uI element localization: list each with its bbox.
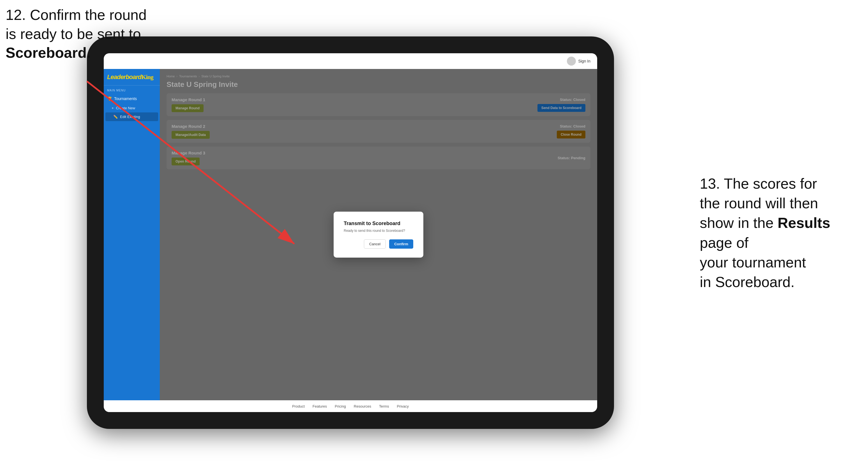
modal-subtitle: Ready to send this round to Scoreboard? bbox=[344, 229, 413, 233]
footer: Product Features Pricing Resources Terms… bbox=[104, 400, 597, 412]
trophy-icon: 🏆 bbox=[107, 96, 112, 101]
modal-title: Transmit to Scoreboard bbox=[344, 221, 413, 226]
footer-pricing[interactable]: Pricing bbox=[335, 404, 346, 408]
edit-icon: ✏️ bbox=[113, 115, 118, 119]
menu-label: MAIN MENU bbox=[104, 86, 160, 94]
plus-icon: + bbox=[112, 106, 114, 110]
tablet-device: Sign In LeaderboardKing MAIN MENU 🏆 Tour… bbox=[87, 36, 614, 429]
sidebar-item-tournaments[interactable]: 🏆 Tournaments bbox=[104, 94, 160, 104]
transmit-modal: Transmit to Scoreboard Ready to send thi… bbox=[334, 212, 423, 258]
footer-terms[interactable]: Terms bbox=[379, 404, 389, 408]
top-bar: Sign In bbox=[104, 53, 597, 69]
main-content: Home › Tournaments › State U Spring Invi… bbox=[160, 69, 597, 400]
modal-actions: Cancel Confirm bbox=[344, 239, 413, 249]
modal-overlay: Transmit to Scoreboard Ready to send thi… bbox=[160, 69, 597, 400]
tablet-screen: Sign In LeaderboardKing MAIN MENU 🏆 Tour… bbox=[104, 53, 597, 412]
sidebar: LeaderboardKing MAIN MENU 🏆 Tournaments … bbox=[104, 69, 160, 400]
footer-product[interactable]: Product bbox=[292, 404, 305, 408]
avatar bbox=[567, 57, 576, 66]
annotation-top: 12. Confirm the round is ready to be sen… bbox=[6, 6, 147, 63]
sidebar-item-create-new[interactable]: + Create New bbox=[104, 104, 160, 113]
signin-label[interactable]: Sign In bbox=[578, 59, 590, 63]
sidebar-item-edit-existing[interactable]: ✏️ Edit Existing bbox=[105, 113, 158, 121]
footer-privacy[interactable]: Privacy bbox=[397, 404, 409, 408]
annotation-right: 13. The scores for the round will then s… bbox=[700, 174, 862, 292]
footer-features[interactable]: Features bbox=[313, 404, 327, 408]
logo: LeaderboardKing bbox=[104, 69, 160, 86]
footer-resources[interactable]: Resources bbox=[354, 404, 371, 408]
user-menu[interactable]: Sign In bbox=[567, 57, 590, 66]
confirm-button[interactable]: Confirm bbox=[389, 239, 413, 249]
cancel-button[interactable]: Cancel bbox=[364, 239, 386, 249]
